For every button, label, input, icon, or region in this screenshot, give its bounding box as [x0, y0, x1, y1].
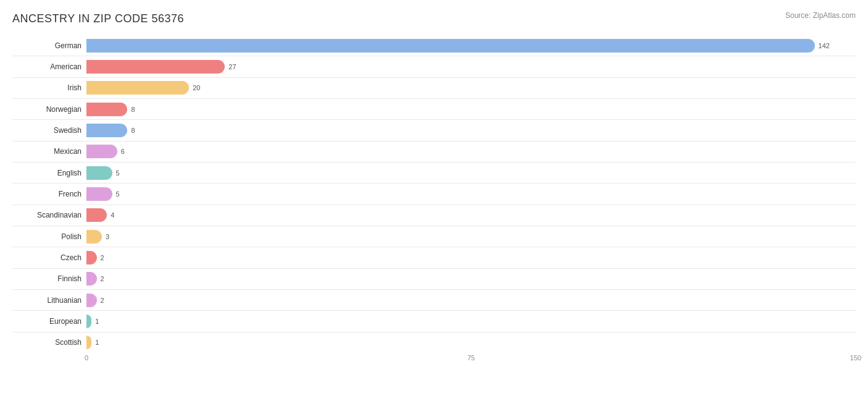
bar-label: French	[12, 190, 86, 198]
table-row: Scottish1	[12, 332, 856, 353]
bar	[86, 208, 107, 222]
x-axis: 075150	[86, 354, 856, 366]
table-row: Polish3	[12, 226, 856, 247]
bar-track: 2	[86, 294, 856, 307]
bar-value-label: 1	[95, 339, 99, 346]
bar-track: 8	[86, 103, 856, 116]
bar-track: 1	[86, 336, 856, 349]
bar-label: German	[12, 41, 86, 50]
source-label: Source: ZipAtlas.com	[785, 11, 856, 20]
table-row: Finnish2	[12, 269, 856, 290]
bar-label: Scottish	[12, 338, 86, 347]
bar-label: English	[12, 169, 86, 177]
bar-value-label: 20	[193, 84, 200, 91]
bar	[86, 315, 91, 328]
table-row: Mexican6	[12, 142, 856, 163]
bar-value-label: 2	[101, 254, 104, 261]
bar	[86, 272, 97, 286]
bar	[86, 60, 225, 74]
bar	[86, 187, 112, 201]
bar-track: 8	[86, 124, 856, 137]
bar-label: Scandinavian	[12, 211, 86, 219]
bar	[86, 336, 91, 349]
table-row: French5	[12, 184, 856, 205]
bar-value-label: 4	[111, 211, 114, 219]
bar-track: 142	[86, 39, 856, 53]
bar-track: 5	[86, 187, 856, 201]
bar	[86, 251, 97, 265]
table-row: Scandinavian4	[12, 205, 856, 226]
bar-label: Mexican	[12, 147, 86, 156]
bar	[86, 230, 102, 243]
bar-label: Norwegian	[12, 105, 86, 114]
bar-label: European	[12, 317, 86, 326]
bar	[86, 145, 117, 158]
x-tick-label: 75	[467, 354, 475, 362]
bar-label: Czech	[12, 253, 86, 262]
bar-track: 2	[86, 251, 856, 265]
bar-label: Finnish	[12, 274, 86, 283]
bar	[86, 124, 127, 137]
bar	[86, 103, 127, 116]
table-row: English5	[12, 163, 856, 184]
x-tick-label: 0	[85, 354, 88, 362]
bar-value-label: 8	[131, 106, 135, 113]
table-row: American27	[12, 56, 856, 77]
bar	[86, 39, 815, 53]
bar-track: 3	[86, 230, 856, 243]
bar-label: Lithuanian	[12, 296, 86, 305]
bar-track: 20	[86, 81, 856, 95]
table-row: Lithuanian2	[12, 290, 856, 311]
bar-value-label: 142	[819, 42, 830, 49]
bar-track: 27	[86, 60, 856, 74]
bar-value-label: 3	[106, 233, 109, 240]
bar-label: American	[12, 62, 86, 71]
bar-value-label: 5	[116, 190, 120, 198]
x-tick-label: 150	[850, 354, 861, 362]
bar-value-label: 1	[95, 318, 99, 325]
table-row: Czech2	[12, 247, 856, 268]
bar-track: 5	[86, 166, 856, 180]
bar-track: 6	[86, 145, 856, 158]
bar-value-label: 5	[116, 169, 120, 177]
bar-value-label: 8	[131, 127, 135, 134]
chart-area: German142American27Irish20Norwegian8Swed…	[12, 35, 856, 353]
bar	[86, 294, 97, 307]
chart-container: ANCESTRY IN ZIP CODE 56376 Source: ZipAt…	[0, 0, 868, 398]
table-row: Norwegian8	[12, 99, 856, 120]
bar-value-label: 2	[101, 297, 104, 304]
bar-value-label: 6	[121, 148, 125, 155]
chart-title: ANCESTRY IN ZIP CODE 56376	[12, 12, 856, 25]
table-row: European1	[12, 311, 856, 332]
table-row: German142	[12, 35, 856, 56]
bar-label: Irish	[12, 83, 86, 92]
bar	[86, 166, 112, 180]
bar-label: Swedish	[12, 126, 86, 135]
bar-track: 1	[86, 315, 856, 328]
bar-value-label: 27	[228, 63, 236, 70]
bar-label: Polish	[12, 232, 86, 241]
bar-value-label: 2	[101, 275, 104, 282]
table-row: Swedish8	[12, 120, 856, 141]
table-row: Irish20	[12, 78, 856, 99]
bar-track: 2	[86, 272, 856, 286]
bar-track: 4	[86, 208, 856, 222]
bar	[86, 81, 189, 95]
